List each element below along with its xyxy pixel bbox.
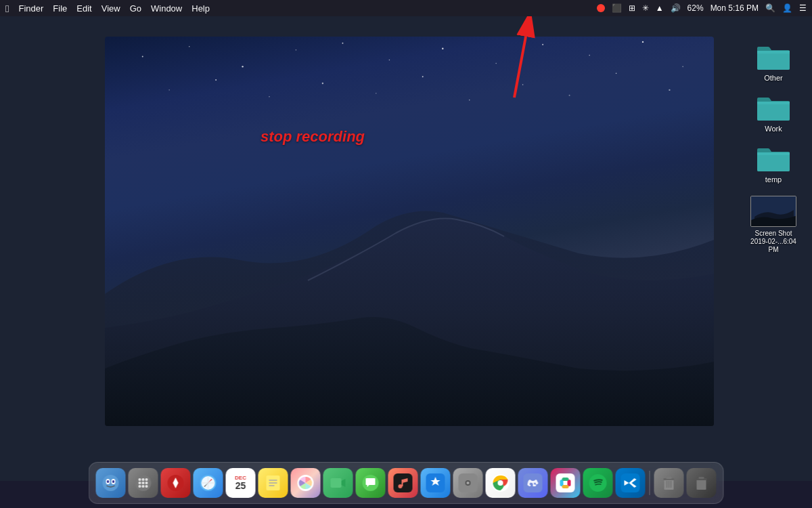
finder-menu[interactable]: Finder [18, 3, 43, 14]
dock-separator [650, 471, 650, 495]
desktop-icons: Other Work temp [743, 40, 804, 257]
svg-point-37 [145, 482, 148, 484]
svg-point-39 [142, 485, 145, 488]
dock-calendar[interactable]: DEC25 [226, 468, 256, 498]
bluetooth-icon: ✳ [642, 3, 649, 13]
svg-point-33 [142, 478, 145, 481]
search-icon[interactable]: 🔍 [765, 3, 775, 13]
battery-level: 62% [687, 3, 704, 13]
dock-trash[interactable] [687, 468, 717, 498]
svg-rect-74 [562, 478, 569, 481]
screenshot-label: Screen Shot2019-02-...6:04 PM [746, 230, 801, 254]
desktop-icon-work[interactable]: Work [753, 91, 794, 136]
svg-point-34 [145, 478, 148, 481]
dock-launchpad[interactable] [129, 468, 158, 498]
dock-discord[interactable] [518, 468, 548, 498]
svg-point-36 [142, 482, 145, 484]
menubar-left:  Finder File Edit View Go Window Help [5, 3, 210, 14]
wifi-icon: ▲ [656, 3, 664, 13]
temp-folder-label: temp [765, 175, 782, 184]
svg-point-64 [467, 482, 470, 484]
temp-folder-icon [756, 144, 791, 173]
svg-point-35 [139, 482, 141, 484]
svg-rect-84 [697, 479, 706, 490]
svg-point-69 [530, 483, 532, 485]
svg-rect-75 [562, 485, 569, 488]
svg-point-29 [107, 480, 109, 483]
svg-rect-71 [556, 473, 575, 492]
dock-finder[interactable] [96, 468, 126, 498]
dock-vscode[interactable] [616, 468, 646, 498]
menubar-right: ⬛ ⊞ ✳ ▲ 🔊 62% Mon 5:16 PM 🔍 👤 ☰ [597, 3, 807, 13]
user-icon[interactable]: 👤 [782, 3, 792, 13]
desktop: stop recording Other Work [0, 16, 812, 481]
dock-settings[interactable] [453, 468, 483, 498]
list-icon[interactable]: ☰ [799, 3, 807, 13]
svg-rect-80 [667, 477, 672, 479]
datetime: Mon 5:16 PM [710, 3, 759, 13]
other-folder-icon [756, 43, 791, 71]
dock-trashfull[interactable] [654, 468, 684, 498]
apple-menu[interactable]:  [5, 3, 9, 14]
mission-control-icon: ⊞ [629, 3, 635, 13]
dock-spotify[interactable] [583, 468, 613, 498]
edit-menu[interactable]: Edit [76, 3, 91, 14]
menubar:  Finder File Edit View Go Window Help ⬛… [0, 0, 812, 16]
svg-point-30 [112, 480, 114, 483]
dock-messages[interactable] [356, 468, 386, 498]
dune-shapes [105, 37, 714, 426]
svg-point-40 [145, 485, 148, 488]
dock-photos[interactable] [291, 468, 321, 498]
svg-rect-86 [699, 477, 704, 479]
dock-safari[interactable] [194, 468, 223, 498]
svg-point-32 [139, 478, 141, 481]
dock-chrome[interactable] [486, 468, 516, 498]
dock-notes[interactable] [258, 468, 288, 498]
dock-slack[interactable] [551, 468, 581, 498]
svg-point-76 [589, 474, 607, 492]
svg-point-67 [498, 480, 503, 486]
screenshot-thumbnail [750, 196, 796, 227]
window-menu[interactable]: Window [151, 3, 182, 14]
dock-appstore[interactable] [421, 468, 451, 498]
desktop-icon-screenshot[interactable]: Screen Shot2019-02-...6:04 PM [743, 193, 804, 257]
desktop-icon-other[interactable]: Other [753, 40, 794, 85]
view-menu[interactable]: View [102, 3, 120, 14]
dock: DEC25 [89, 462, 724, 504]
svg-marker-56 [342, 479, 346, 487]
work-folder-icon [756, 93, 791, 122]
dock-facetime[interactable] [323, 468, 353, 498]
svg-point-38 [139, 485, 141, 488]
svg-point-26 [103, 475, 119, 491]
go-menu[interactable]: Go [130, 3, 141, 14]
volume-icon: 🔊 [671, 3, 681, 13]
desktop-icon-temp[interactable]: temp [753, 142, 794, 187]
work-folder-label: Work [765, 125, 782, 133]
dock-dash[interactable] [161, 468, 191, 498]
screen-recorder-icon: ⬛ [612, 3, 622, 13]
other-folder-label: Other [764, 74, 783, 83]
recording-indicator [597, 4, 605, 12]
help-menu[interactable]: Help [191, 3, 210, 14]
svg-point-70 [534, 483, 536, 485]
svg-rect-55 [331, 478, 342, 488]
file-menu[interactable]: File [53, 3, 67, 14]
wallpaper [105, 37, 714, 426]
dock-music[interactable] [388, 468, 418, 498]
